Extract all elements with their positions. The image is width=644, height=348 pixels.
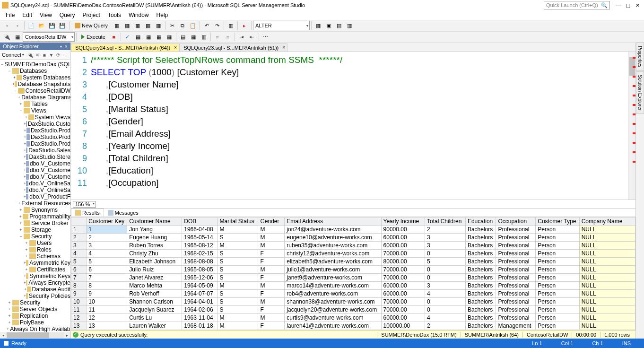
tree-node-30[interactable]: +Certificates [0, 266, 70, 273]
summary-icon[interactable]: ⋯ [62, 51, 68, 59]
tree-node-14[interactable]: +dbo.V_Custome [0, 160, 70, 167]
tree-node-0[interactable]: −Databases [0, 68, 70, 74]
grid-row[interactable]: 55Elizabeth Johnson1968-08-08SFelizabeth… [71, 258, 635, 266]
tree-node-18[interactable]: +dbo.V_OnlineSa [0, 187, 70, 193]
tree-node-1[interactable]: +System Databases [0, 74, 70, 81]
zoom-combo[interactable]: 156 % [73, 201, 96, 208]
object-explorer-tree[interactable]: −SUMMER\DemoDax (SQL Serv−Databases+Syst… [0, 60, 70, 332]
cut-button[interactable]: ✂ [167, 21, 177, 30]
tree-node-35[interactable]: +Security [0, 299, 70, 306]
grid-header-4[interactable]: Marital Status [218, 218, 258, 226]
save-button[interactable]: 💾 [47, 21, 57, 30]
tree-node-27[interactable]: +Roles [0, 246, 70, 253]
grid-row[interactable]: 33Ruben Torres1965-08-12MMruben35@advent… [71, 242, 635, 250]
grid-header-12[interactable]: Company Name [579, 218, 635, 226]
tree-node-32[interactable]: +Always Encrypte [0, 279, 70, 286]
grid-header-10[interactable]: Occupation [496, 218, 536, 226]
database-combo[interactable]: ContosoRetailDW▾ [23, 32, 75, 42]
side-tab-properties[interactable]: Properties [636, 43, 644, 71]
grid-row[interactable]: 99Rob Verhoff1964-07-07SFrob4@adventure-… [71, 290, 635, 298]
indent-button[interactable]: ⇥ [237, 32, 246, 42]
close-button[interactable]: ✕ [633, 2, 642, 9]
grid-row[interactable]: 1111Jacquelyn Suarez1964-02-06SFjacquely… [71, 306, 635, 314]
grid-row[interactable]: 1212Curtis Lu1963-11-04MMcurtis9@adventu… [71, 314, 635, 322]
tree-node-6[interactable]: −Views [0, 107, 70, 114]
tree-node-20[interactable]: +External Resources [0, 200, 70, 207]
menu-file[interactable]: File [2, 12, 18, 18]
tree-node-9[interactable]: +DaxStudio.Prod [0, 127, 70, 134]
grid-header-1[interactable]: Customer Key [87, 218, 127, 226]
object-explorer-close-button[interactable]: × [65, 44, 68, 49]
connect-icon[interactable]: 🔌 [27, 51, 34, 59]
db-engine-query-button[interactable]: ▦ [112, 21, 122, 30]
results-tab[interactable]: Results [71, 209, 104, 217]
tree-node-28[interactable]: +Schemas [0, 253, 70, 260]
tree-node-37[interactable]: +Replication [0, 313, 70, 319]
grid-row[interactable]: 11Jon Yang1966-04-08MMjon24@adventure-wo… [71, 226, 635, 234]
stop-icon[interactable]: ■ [41, 51, 47, 59]
tree-node-15[interactable]: +dbo.V_Custome [0, 167, 70, 174]
tree-node-2[interactable]: +Database Snapshots [0, 81, 70, 87]
grid-header-9[interactable]: Education [465, 218, 496, 226]
maximize-button[interactable]: ▢ [623, 2, 633, 9]
grid-header-8[interactable]: Total Children [425, 218, 465, 226]
tree-node-21[interactable]: +Synonyms [0, 207, 70, 213]
display-plan-button[interactable]: ▦ [133, 32, 143, 42]
minimize-button[interactable]: — [614, 2, 623, 8]
include-plan-button[interactable]: ▦ [144, 32, 153, 42]
xmla-query-button[interactable]: ▦ [154, 21, 163, 30]
tree-node-8[interactable]: +DaxStudio.Custo [0, 121, 70, 127]
messages-tab[interactable]: Messages [104, 209, 142, 217]
tree-node-38[interactable]: +PolyBase [0, 319, 70, 326]
menu-project[interactable]: Project [79, 12, 104, 18]
tree-node-17[interactable]: +dbo.V_OnlineSa [0, 180, 70, 187]
new-item-button[interactable]: 📄 [26, 21, 36, 30]
grid-header-6[interactable]: Email Address [285, 218, 381, 226]
tree-node-39[interactable]: +Always On High Availabilit [0, 326, 70, 332]
tree-node-5[interactable]: +Tables [0, 101, 70, 107]
tree-node-24[interactable]: +Storage [0, 226, 70, 233]
results-grid[interactable]: Customer KeyCustomer NameDOBMarital Stat… [71, 217, 635, 330]
solution-button[interactable]: ▥ [226, 21, 235, 30]
results-to-file-button[interactable]: ▥ [199, 32, 209, 42]
tree-node-34[interactable]: +Security Policies [0, 293, 70, 299]
grid-row[interactable]: 88Marco Mehta1964-05-09MMmarco14@adventu… [71, 282, 635, 290]
tree-node-33[interactable]: +Database Audit [0, 286, 70, 293]
change-connection-button[interactable]: 🔌 [2, 32, 12, 42]
alter-combo[interactable]: ALTER▾ [253, 21, 310, 30]
grid-row[interactable]: 1414Ian Jenkins1968-08-06MMian47@adventu… [71, 330, 635, 331]
outdent-button[interactable]: ⇤ [247, 32, 257, 42]
tree-node-11[interactable]: +DaxStudio.Prod [0, 140, 70, 147]
forward-button[interactable]: ◦ [13, 21, 22, 30]
document-tab-1[interactable]: SQLQuery23.sql - S...MER\Antriksh (51))× [179, 44, 287, 52]
connect-button[interactable]: Connect [2, 52, 21, 58]
new-query-button[interactable]: New Query [71, 21, 111, 30]
grid-row[interactable]: 1313Lauren Walker1968-01-18MFlauren41@ad… [71, 322, 635, 330]
filter-icon[interactable]: ▼ [48, 51, 54, 59]
menu-tools[interactable]: Tools [104, 12, 125, 18]
grid-row[interactable]: 22Eugene Huang1965-05-14SMeugene10@adven… [71, 234, 635, 242]
document-tab-0[interactable]: SQLQuery24.sql - S...MER\Antriksh (64))× [71, 44, 179, 52]
tree-node-3[interactable]: −ContosoRetailDW [0, 87, 70, 94]
editor-code-area[interactable]: /****** Script for SelectTopNRows comman… [91, 52, 628, 200]
menu-window[interactable]: Window [125, 12, 153, 18]
grid-header-3[interactable]: DOB [182, 218, 218, 226]
results-to-grid-button[interactable]: ▦ [189, 32, 198, 42]
cancel-query-button[interactable]: ■ [109, 32, 119, 42]
open-button[interactable]: 📂 [37, 21, 46, 30]
menu-view[interactable]: View [36, 12, 56, 18]
script-button-1[interactable]: ▦ [313, 21, 323, 30]
side-tab-solution-explorer[interactable]: Solution Explorer [636, 71, 644, 114]
grid-row[interactable]: 44Christy Zhu1968-02-15SFchristy12@adven… [71, 250, 635, 258]
tree-root[interactable]: −SUMMER\DemoDax (SQL Serv [0, 61, 70, 68]
comment-button[interactable]: ≡ [213, 32, 222, 42]
back-button[interactable]: ◦ [2, 21, 12, 30]
grid-header-5[interactable]: Gender [258, 218, 285, 226]
grid-header-7[interactable]: Yearly Income [381, 218, 425, 226]
activity-monitor-button[interactable]: ▸ [240, 21, 249, 30]
script-button-4[interactable]: ▥ [345, 21, 354, 30]
tree-node-19[interactable]: +dbo.V_ProductF [0, 193, 70, 200]
tree-node-29[interactable]: +Asymmetric Key [0, 260, 70, 266]
tree-node-7[interactable]: +System Views [0, 114, 70, 121]
tree-node-13[interactable]: +DaxStudio.Store [0, 154, 70, 160]
